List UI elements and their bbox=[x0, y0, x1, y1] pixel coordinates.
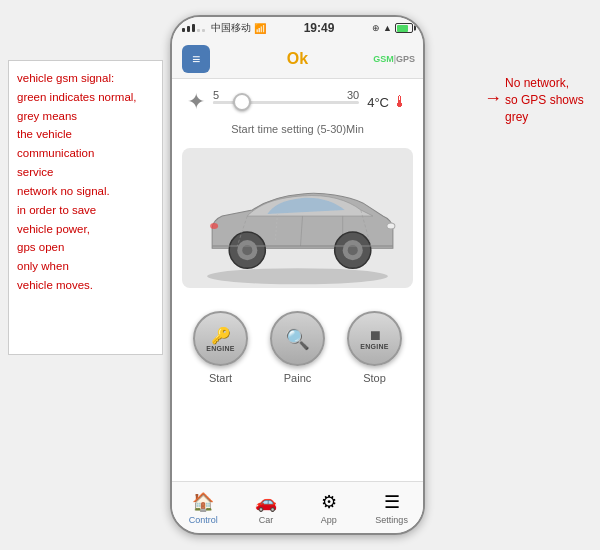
phone-frame: 中国移动 📶 19:49 ⊕ ▲ ≡ Ok GSM|GPS bbox=[170, 15, 425, 535]
nav-app[interactable]: ⚙ App bbox=[298, 491, 361, 525]
signal-icon bbox=[182, 24, 205, 32]
start-inner-label: ENGINE bbox=[206, 345, 235, 352]
slider-track[interactable] bbox=[213, 101, 359, 104]
status-left: 中国移动 📶 bbox=[182, 21, 266, 35]
left-annotation: vehicle gsm signal: green indicates norm… bbox=[8, 60, 163, 355]
location-icon: ▲ bbox=[383, 23, 392, 33]
control-icon: 🏠 bbox=[192, 491, 214, 513]
wifi-icon: 📶 bbox=[254, 23, 266, 34]
stop-button[interactable]: ⏹ ENGINE bbox=[347, 311, 402, 366]
status-right: ⊕ ▲ bbox=[372, 23, 413, 33]
action-buttons: 🔑 ENGINE Start 🔍 Painc ⏹ ENGINE bbox=[172, 296, 423, 394]
status-bar: 中国移动 📶 19:49 ⊕ ▲ bbox=[172, 17, 423, 39]
annotation-text: vehicle gsm signal: green indicates norm… bbox=[17, 72, 137, 291]
slider-container: 5 30 bbox=[213, 101, 359, 104]
nav-car[interactable]: 🚗 Car bbox=[235, 491, 298, 525]
start-icon: 🔑 bbox=[211, 326, 231, 345]
slider-max-label: 30 bbox=[347, 89, 359, 101]
control-label: Control bbox=[189, 515, 218, 525]
slider-label: Start time setting (5-30)Min bbox=[231, 123, 364, 135]
painc-button-group: 🔍 Painc bbox=[270, 311, 325, 384]
menu-icon: ≡ bbox=[192, 51, 200, 67]
car-image bbox=[182, 148, 413, 288]
thermometer-icon: 🌡 bbox=[392, 93, 408, 111]
settings-icon: ☰ bbox=[384, 491, 400, 513]
header-title: Ok bbox=[287, 50, 308, 68]
app-header: ≡ Ok GSM|GPS bbox=[172, 39, 423, 79]
nav-control[interactable]: 🏠 Control bbox=[172, 491, 235, 525]
painc-icon: 🔍 bbox=[285, 327, 310, 351]
clock: 19:49 bbox=[304, 21, 335, 35]
arrow-icon: → bbox=[484, 88, 502, 109]
app-icon: ⚙ bbox=[321, 491, 337, 513]
svg-point-11 bbox=[210, 223, 218, 229]
menu-button[interactable]: ≡ bbox=[182, 45, 210, 73]
svg-point-10 bbox=[387, 223, 395, 229]
temp-value: 4°C bbox=[367, 95, 389, 110]
gps-status-icon: ⊕ bbox=[372, 23, 380, 33]
stop-inner-label: ENGINE bbox=[360, 343, 389, 350]
stop-icon: ⏹ bbox=[368, 327, 382, 343]
battery-icon bbox=[395, 23, 413, 33]
start-label: Start bbox=[209, 372, 232, 384]
car-icon: 🚗 bbox=[255, 491, 277, 513]
gsm-gps-label: GSM|GPS bbox=[373, 53, 415, 64]
stop-button-group: ⏹ ENGINE Stop bbox=[347, 311, 402, 384]
painc-label: Painc bbox=[284, 372, 312, 384]
painc-button[interactable]: 🔍 bbox=[270, 311, 325, 366]
app-label: App bbox=[321, 515, 337, 525]
nav-settings[interactable]: ☰ Settings bbox=[360, 491, 423, 525]
temperature-display: 4°C 🌡 bbox=[367, 93, 408, 111]
car-label: Car bbox=[259, 515, 274, 525]
slider-section: ✦ 5 30 4°C 🌡 Start time setting (5 bbox=[172, 79, 423, 140]
start-button[interactable]: 🔑 ENGINE bbox=[193, 311, 248, 366]
slider-thumb[interactable] bbox=[233, 93, 251, 111]
settings-label: Settings bbox=[375, 515, 408, 525]
right-annotation-text: No network, so GPS shows grey bbox=[505, 76, 584, 124]
slider-min-label: 5 bbox=[213, 89, 219, 101]
start-button-group: 🔑 ENGINE Start bbox=[193, 311, 248, 384]
mercedes-logo: ✦ bbox=[187, 89, 205, 115]
carrier-label: 中国移动 bbox=[211, 21, 251, 35]
gsm-label: GSM bbox=[373, 53, 394, 63]
gps-label: GPS bbox=[396, 53, 415, 63]
right-annotation: No network, so GPS shows grey bbox=[505, 75, 595, 125]
app-content: ✦ 5 30 4°C 🌡 Start time setting (5 bbox=[172, 79, 423, 533]
bottom-nav: 🏠 Control 🚗 Car ⚙ App ☰ Settings bbox=[172, 481, 423, 533]
svg-point-0 bbox=[207, 268, 388, 284]
stop-label: Stop bbox=[363, 372, 386, 384]
